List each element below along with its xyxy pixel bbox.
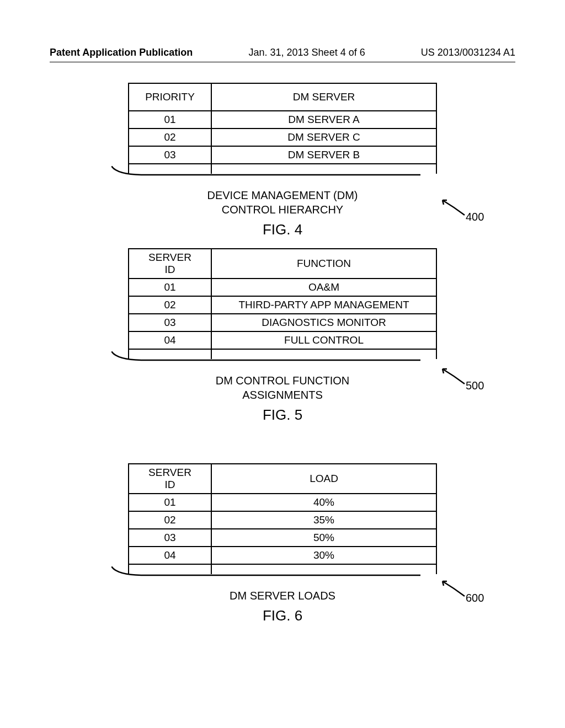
fig4-caption: DEVICE MANAGEMENT (DM) CONTROL HIERARCHY	[128, 188, 437, 217]
fig4-table: PRIORITY DM SERVER 01 DM SERVER A 02 DM …	[128, 83, 437, 174]
fig4-ref-num: 400	[466, 211, 484, 223]
table-row: 01 DM SERVER A	[129, 111, 436, 129]
table-row-empty	[129, 349, 436, 359]
table-row: 03 50%	[129, 529, 436, 547]
table-row-empty	[129, 164, 436, 174]
fig6-ref-num: 600	[466, 592, 484, 604]
fig5-caption: DM CONTROL FUNCTION ASSIGNMENTS	[128, 373, 437, 402]
figure-6: SERVERID LOAD 01 40% 02 35% 03 50% 04 30…	[128, 463, 437, 624]
fig5-th-serverid: SERVERID	[129, 249, 211, 279]
fig4-th-dmserver: DM SERVER	[211, 83, 436, 111]
header-right-text: US 2013/0031234 A1	[421, 47, 515, 58]
table-row: 03 DIAGNOSTICS MONITOR	[129, 314, 436, 331]
table-row: 04 30%	[129, 547, 436, 564]
figure-5: SERVERID FUNCTION 01 OA&M 02 THIRD-PARTY…	[128, 248, 437, 424]
fig6-th-load: LOAD	[211, 464, 436, 494]
fig6-caption: DM SERVER LOADS	[128, 588, 437, 603]
fig5-label: FIG. 5	[128, 406, 437, 424]
table-row: 03 DM SERVER B	[129, 146, 436, 164]
reference-arrow-icon: 500	[437, 365, 487, 392]
fig6-th-serverid: SERVERID	[129, 464, 211, 494]
table-row: 02 THIRD-PARTY APP MANAGEMENT	[129, 296, 436, 314]
fig6-table: SERVERID LOAD 01 40% 02 35% 03 50% 04 30…	[128, 463, 437, 574]
fig5-th-function: FUNCTION	[211, 249, 436, 279]
table-row: 02 35%	[129, 511, 436, 529]
header-center-text: Jan. 31, 2013 Sheet 4 of 6	[249, 47, 365, 58]
fig6-label: FIG. 6	[128, 607, 437, 624]
reference-arrow-icon: 600	[437, 577, 487, 604]
table-row: 04 FULL CONTROL	[129, 331, 436, 349]
table-row: 01 OA&M	[129, 279, 436, 296]
fig4-label: FIG. 4	[128, 221, 437, 238]
reference-arrow-icon: 400	[437, 196, 487, 223]
fig4-th-priority: PRIORITY	[129, 83, 211, 111]
table-row-empty	[129, 564, 436, 574]
page-header: Patent Application Publication Jan. 31, …	[50, 47, 515, 62]
header-left-text: Patent Application Publication	[50, 47, 193, 58]
fig5-table: SERVERID FUNCTION 01 OA&M 02 THIRD-PARTY…	[128, 248, 437, 359]
fig5-ref-num: 500	[466, 379, 484, 392]
table-row: 01 40%	[129, 494, 436, 511]
table-row: 02 DM SERVER C	[129, 129, 436, 146]
figure-4: PRIORITY DM SERVER 01 DM SERVER A 02 DM …	[128, 83, 437, 238]
